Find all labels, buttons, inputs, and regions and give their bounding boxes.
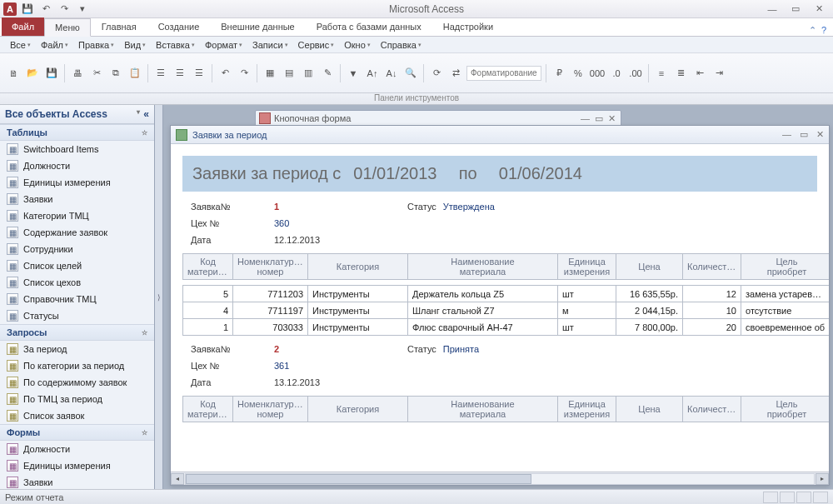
paste-icon[interactable]: 📋 bbox=[127, 65, 143, 82]
format-combo[interactable] bbox=[466, 66, 541, 81]
redo-icon[interactable]: ↷ bbox=[236, 65, 252, 82]
menu-item[interactable]: Сервис▾ bbox=[293, 38, 340, 52]
save-icon[interactable]: 💾 bbox=[43, 65, 60, 82]
nav-item[interactable]: ▦Должности bbox=[0, 157, 154, 174]
scroll-right-icon[interactable]: ▸ bbox=[816, 473, 829, 485]
scroll-left-icon[interactable]: ◂ bbox=[171, 473, 184, 485]
sort-desc-icon[interactable]: A↓ bbox=[383, 65, 400, 82]
nav-item[interactable]: ▦Статусы bbox=[0, 307, 154, 324]
scroll-thumb[interactable] bbox=[186, 474, 531, 484]
nav-item[interactable]: ▦Справочник ТМЦ bbox=[0, 291, 154, 307]
scroll-track[interactable] bbox=[185, 473, 815, 485]
menu-item[interactable]: Файл▾ bbox=[36, 38, 73, 52]
nav-search-icon[interactable]: ▾« bbox=[137, 108, 149, 120]
ribbon-tab[interactable]: Меню bbox=[44, 18, 91, 37]
menu-item[interactable]: Записи▾ bbox=[247, 38, 293, 52]
report-titlebar[interactable]: Заявки за период — ▭ ✕ bbox=[171, 126, 829, 144]
file-tab[interactable]: Файл bbox=[2, 17, 44, 36]
minimize-icon[interactable]: — bbox=[782, 129, 791, 140]
ribbon-tab[interactable]: Главная bbox=[91, 17, 147, 36]
save-icon[interactable]: 💾 bbox=[20, 2, 35, 17]
nav-item[interactable]: ▦Заявки bbox=[0, 191, 154, 207]
nav-item[interactable]: ▦Единицы измерения bbox=[0, 174, 154, 191]
percent-icon[interactable]: % bbox=[570, 65, 586, 82]
ribbon-tab[interactable]: Надстройки bbox=[432, 17, 504, 36]
design-icon[interactable]: ✎ bbox=[319, 65, 336, 82]
numbered-icon[interactable]: ≣ bbox=[672, 65, 689, 82]
nav-item[interactable]: ▦По категории за период bbox=[0, 357, 154, 374]
menu-item[interactable]: Все▾ bbox=[5, 38, 36, 52]
open-icon[interactable]: 📂 bbox=[24, 65, 41, 82]
menu-item[interactable]: Формат▾ bbox=[200, 38, 247, 52]
cut-icon[interactable]: ✂ bbox=[88, 65, 105, 82]
nav-item[interactable]: ▦Список целей bbox=[0, 257, 154, 274]
dec-dec-icon[interactable]: .00 bbox=[627, 65, 644, 82]
nav-item[interactable]: ▦Содержание заявок bbox=[0, 224, 154, 241]
menu-item[interactable]: Окно▾ bbox=[339, 38, 376, 52]
nav-group-header[interactable]: Запросы☆ bbox=[0, 324, 154, 341]
undo-icon[interactable]: ↶ bbox=[38, 2, 53, 17]
menu-item[interactable]: Вид▾ bbox=[119, 38, 151, 52]
close-icon[interactable]: ✕ bbox=[608, 113, 616, 124]
view-report-icon[interactable] bbox=[763, 492, 778, 503]
qat-more-icon[interactable]: ▾ bbox=[75, 2, 90, 17]
ribbon-tab[interactable]: Внешние данные bbox=[210, 17, 305, 36]
refresh-icon[interactable]: ⟳ bbox=[428, 65, 445, 82]
nav-item[interactable]: ▦За период bbox=[0, 341, 154, 357]
filter-icon[interactable]: ▼ bbox=[345, 65, 362, 82]
menu-item[interactable]: Справка▾ bbox=[376, 38, 426, 52]
background-window[interactable]: Кнопочная форма — ▭ ✕ bbox=[255, 110, 621, 127]
align-center-icon[interactable]: ☰ bbox=[172, 65, 188, 82]
indent-dec-icon[interactable]: ⇤ bbox=[691, 65, 708, 82]
align-right-icon[interactable]: ☰ bbox=[191, 65, 207, 82]
find-icon[interactable]: 🔍 bbox=[402, 65, 419, 82]
nav-item[interactable]: ▦По содержимому заявок bbox=[0, 374, 154, 391]
ribbon-tab[interactable]: Создание bbox=[147, 17, 211, 36]
copy-icon[interactable]: ⧉ bbox=[107, 65, 124, 82]
print-icon[interactable]: 🖶 bbox=[69, 65, 86, 82]
view-print-icon[interactable] bbox=[780, 492, 795, 503]
table-icon[interactable]: ▦ bbox=[262, 65, 278, 82]
bullets-icon[interactable]: ≡ bbox=[653, 65, 670, 82]
restore-icon[interactable]: ▭ bbox=[786, 2, 805, 16]
nav-item[interactable]: ▦По ТМЦ за период bbox=[0, 391, 154, 407]
nav-group-header[interactable]: Формы☆ bbox=[0, 424, 154, 441]
nav-item[interactable]: ▦Список цехов bbox=[0, 274, 154, 291]
nav-item[interactable]: ▦Должности bbox=[0, 441, 154, 457]
nav-group-header[interactable]: Таблицы☆ bbox=[0, 124, 154, 141]
restore-icon[interactable]: ▭ bbox=[595, 113, 603, 124]
report-body[interactable]: Заявки за период с 01/01/2013 по 01/06/2… bbox=[171, 144, 829, 472]
comma-icon[interactable]: 000 bbox=[589, 65, 606, 82]
undo-icon[interactable]: ↶ bbox=[217, 65, 233, 82]
minimize-icon[interactable]: — bbox=[763, 2, 781, 16]
close-icon[interactable]: ✕ bbox=[816, 129, 824, 140]
ribbon-minimize-icon[interactable]: ⌃ bbox=[809, 25, 816, 36]
dec-inc-icon[interactable]: .0 bbox=[608, 65, 625, 82]
ribbon-tab[interactable]: Работа с базами данных bbox=[306, 17, 432, 36]
restore-icon[interactable]: ▭ bbox=[800, 129, 808, 140]
report-icon[interactable]: ▥ bbox=[300, 65, 317, 82]
currency-icon[interactable]: ₽ bbox=[551, 65, 567, 82]
form-icon[interactable]: ▤ bbox=[281, 65, 297, 82]
nav-item[interactable]: ▦Категории ТМЦ bbox=[0, 207, 154, 224]
nav-item[interactable]: ▦Список заявок bbox=[0, 407, 154, 424]
relationships-icon[interactable]: ⇄ bbox=[447, 65, 464, 82]
horizontal-scrollbar[interactable]: ◂ ▸ bbox=[171, 472, 829, 485]
nav-item[interactable]: ▦Заявки bbox=[0, 474, 154, 489]
nav-collapse-handle[interactable]: ⟩ bbox=[155, 105, 163, 489]
align-left-icon[interactable]: ☰ bbox=[152, 65, 169, 82]
close-icon[interactable]: ✕ bbox=[810, 2, 828, 16]
view-layout-icon[interactable] bbox=[796, 492, 811, 503]
nav-item[interactable]: ▦Единицы измерения bbox=[0, 457, 154, 474]
help-icon[interactable]: ? bbox=[821, 25, 826, 36]
menu-item[interactable]: Вставка▾ bbox=[151, 38, 200, 52]
new-icon[interactable]: 🗎 bbox=[5, 65, 22, 82]
nav-header[interactable]: Все объекты Access ▾« bbox=[0, 105, 154, 124]
menu-item[interactable]: Правка▾ bbox=[73, 38, 119, 52]
nav-item[interactable]: ▦Switchboard Items bbox=[0, 141, 154, 157]
view-design-icon[interactable] bbox=[813, 492, 828, 503]
indent-inc-icon[interactable]: ⇥ bbox=[711, 65, 727, 82]
minimize-icon[interactable]: — bbox=[581, 113, 590, 124]
nav-item[interactable]: ▦Сотрудники bbox=[0, 241, 154, 257]
redo-icon[interactable]: ↷ bbox=[57, 2, 72, 17]
